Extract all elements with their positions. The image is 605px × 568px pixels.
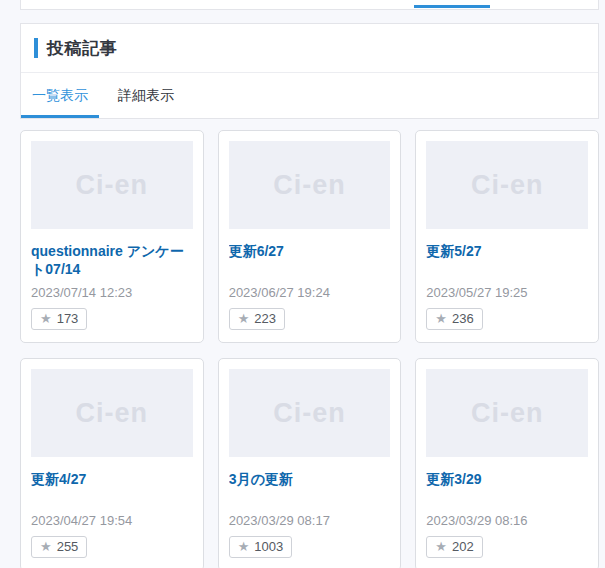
cien-logo-placeholder: Ci-en (76, 170, 149, 201)
cien-logo-placeholder: Ci-en (273, 170, 346, 201)
posted-articles-panel: 投稿記事 一覧表示 詳細表示 (20, 23, 599, 119)
article-thumbnail[interactable]: Ci-en (31, 369, 193, 457)
article-date: 2023/03/29 08:16 (426, 513, 588, 528)
article-card[interactable]: Ci-en 更新5/27 2023/05/27 19:25 ★ 236 (415, 130, 599, 343)
title-accent-bar (34, 38, 38, 58)
article-card[interactable]: Ci-en 3月の更新 2023/03/29 08:17 ★ 1003 (218, 358, 402, 568)
cien-logo-placeholder: Ci-en (471, 398, 544, 429)
star-icon: ★ (40, 312, 52, 325)
article-card[interactable]: Ci-en questionnaire アンケート07/14 2023/07/1… (20, 130, 204, 343)
article-title-link[interactable]: 3月の更新 (229, 471, 391, 507)
article-title-link[interactable]: questionnaire アンケート07/14 (31, 243, 193, 279)
article-card[interactable]: Ci-en 更新3/29 2023/03/29 08:16 ★ 202 (415, 358, 599, 568)
article-thumbnail[interactable]: Ci-en (426, 369, 588, 457)
like-badge[interactable]: ★ 236 (426, 308, 482, 330)
like-count: 202 (452, 539, 474, 554)
article-title-link[interactable]: 更新6/27 (229, 243, 391, 279)
article-thumbnail[interactable]: Ci-en (31, 141, 193, 229)
article-date: 2023/04/27 19:54 (31, 513, 193, 528)
like-count: 1003 (254, 539, 283, 554)
like-count: 173 (57, 311, 79, 326)
like-badge[interactable]: ★ 223 (229, 308, 285, 330)
article-thumbnail[interactable]: Ci-en (426, 141, 588, 229)
like-badge[interactable]: ★ 255 (31, 536, 87, 558)
article-card[interactable]: Ci-en 更新6/27 2023/06/27 19:24 ★ 223 (218, 130, 402, 343)
like-badge[interactable]: ★ 173 (31, 308, 87, 330)
article-title-link[interactable]: 更新5/27 (426, 243, 588, 279)
like-count: 255 (57, 539, 79, 554)
article-title-link[interactable]: 更新3/29 (426, 471, 588, 507)
previous-section-bottom (20, 0, 599, 10)
star-icon: ★ (238, 540, 250, 553)
panel-header: 投稿記事 (21, 24, 598, 73)
article-date: 2023/05/27 19:25 (426, 285, 588, 300)
star-icon: ★ (238, 312, 250, 325)
tab-detail-view[interactable]: 詳細表示 (107, 73, 185, 118)
like-count: 223 (254, 311, 276, 326)
article-date: 2023/03/29 08:17 (229, 513, 391, 528)
article-date: 2023/06/27 19:24 (229, 285, 391, 300)
article-thumbnail[interactable]: Ci-en (229, 369, 391, 457)
star-icon: ★ (435, 312, 447, 325)
view-tabs: 一覧表示 詳細表示 (21, 73, 598, 118)
like-count: 236 (452, 311, 474, 326)
article-title-link[interactable]: 更新4/27 (31, 471, 193, 507)
article-grid: Ci-en questionnaire アンケート07/14 2023/07/1… (20, 130, 599, 568)
tab-list-view[interactable]: 一覧表示 (21, 73, 99, 118)
cien-logo-placeholder: Ci-en (471, 170, 544, 201)
star-icon: ★ (435, 540, 447, 553)
article-date: 2023/07/14 12:23 (31, 285, 193, 300)
like-badge[interactable]: ★ 1003 (229, 536, 293, 558)
previous-section-tab-indicator (414, 5, 490, 8)
cien-logo-placeholder: Ci-en (273, 398, 346, 429)
star-icon: ★ (40, 540, 52, 553)
cien-logo-placeholder: Ci-en (76, 398, 149, 429)
page-title: 投稿記事 (47, 37, 117, 60)
article-card[interactable]: Ci-en 更新4/27 2023/04/27 19:54 ★ 255 (20, 358, 204, 568)
like-badge[interactable]: ★ 202 (426, 536, 482, 558)
article-thumbnail[interactable]: Ci-en (229, 141, 391, 229)
